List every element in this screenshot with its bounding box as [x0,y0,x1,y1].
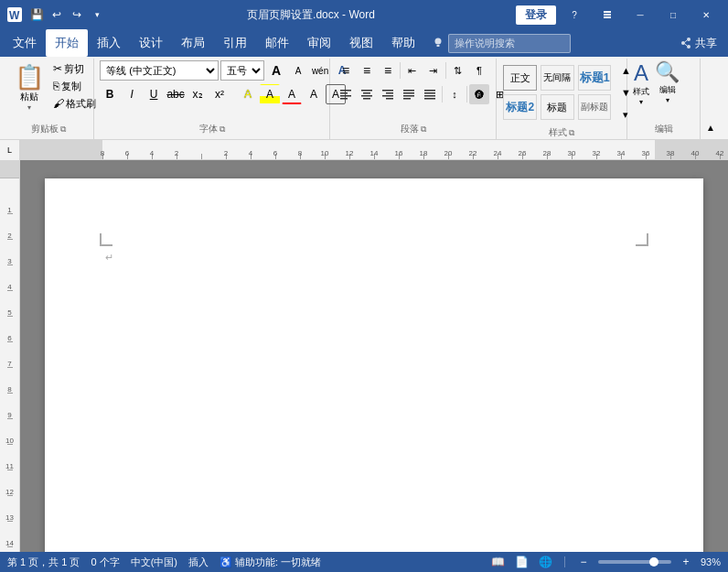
font-size-decrease-button[interactable]: A [288,60,308,81]
subscript-button[interactable]: x₂ [187,84,208,104]
numbering-button[interactable]: ≡ [357,60,377,81]
menu-insert[interactable]: 插入 [88,29,130,57]
svg-rect-15 [340,98,348,100]
status-bar-left: 第 1 页，共 1 页 0 个字 中文(中国) 插入 ♿ 辅助功能: 一切就绪 [7,556,321,569]
maximize-button[interactable]: □ [658,5,688,25]
minimize-button[interactable]: ─ [626,5,655,25]
paragraph-expand-icon[interactable]: ⧉ [421,124,426,135]
customize-qa-button[interactable]: ▾ [88,5,106,24]
styles-button[interactable]: A 样式 ▾ [633,60,649,106]
sort-button[interactable]: ⇅ [448,60,468,81]
font-color-button[interactable]: A [282,84,302,104]
shading-button[interactable]: 🅐 [469,84,489,104]
ruler-corner[interactable]: L [0,140,20,160]
bullets-button[interactable]: ≡ [336,60,356,81]
multilevel-list-button[interactable]: ≡ [378,60,398,81]
svg-rect-28 [424,90,435,92]
style-heading2[interactable]: 标题2 [503,94,537,120]
svg-point-9 [687,45,691,49]
char-shading-button[interactable]: A [304,84,324,104]
ribbon-collapse-button[interactable]: ▲ [701,117,721,137]
paragraph-group-label: 段落 [401,123,419,135]
font-expand-icon[interactable]: ⧉ [219,124,225,135]
copy-button[interactable]: ⎘复制 [51,78,98,94]
title-bar: W 💾 ↩ ↪ ▾ 页眉页脚设置.docx - Word 登录 ? ─ □ ✕ [0,0,728,29]
svg-rect-17 [363,92,370,94]
zoom-percent[interactable]: 93% [701,556,721,567]
zoom-out-button[interactable]: − [574,555,593,569]
svg-rect-2 [604,11,611,13]
style-subtitle[interactable]: 副标题 [578,94,612,120]
find-button[interactable]: 🔍 编辑 ▾ [655,60,680,104]
clipboard-group-label: 剪贴板 [31,123,59,135]
menu-layout[interactable]: 布局 [172,29,214,57]
menu-home[interactable]: 开始 [46,29,88,57]
svg-rect-13 [340,92,348,94]
ribbon-group-paragraph: ≡ ≡ ≡ ⇤ ⇥ ⇅ ¶ [330,59,497,139]
show-marks-button[interactable]: ¶ [469,60,489,81]
zoom-thumb[interactable] [649,557,658,567]
align-right-button[interactable] [378,84,398,104]
svg-rect-4 [604,16,611,18]
style-no-spacing[interactable]: 无间隔 [541,65,574,91]
format-painter-button[interactable]: 🖌格式刷 [51,95,98,112]
redo-button[interactable]: ↪ [68,5,86,24]
strikethrough-button[interactable]: abc [166,84,186,104]
clipboard-expand-icon[interactable]: ⧉ [60,124,66,135]
underline-button[interactable]: U [144,84,164,104]
text-effect-button[interactable]: A [238,84,258,104]
menu-references[interactable]: 引用 [214,29,256,57]
undo-button[interactable]: ↩ [48,5,66,24]
document-page: ↵ [45,178,703,552]
zoom-in-button[interactable]: + [677,555,695,569]
menu-view[interactable]: 视图 [340,29,382,57]
style-title[interactable]: 标题 [541,94,574,120]
menu-design[interactable]: 设计 [130,29,172,57]
font-name-select[interactable]: 等线 (中文正文) [100,60,219,81]
styles-group-label: 样式 [549,126,567,139]
ribbon-group-clipboard: 📋 粘贴 ▾ ✂剪切 ⎘复制 🖌格式刷 剪贴板 ⧉ [4,59,94,139]
increase-indent-button[interactable]: ⇥ [423,60,444,81]
decrease-indent-button[interactable]: ⇤ [402,60,423,81]
align-left-button[interactable] [336,84,356,104]
align-center-button[interactable] [357,84,377,104]
svg-rect-12 [340,90,351,92]
help-button[interactable]: ? [560,5,589,25]
save-button[interactable]: 💾 [27,5,46,24]
search-box[interactable]: 操作说明搜索 [448,34,571,53]
font-size-increase-button[interactable]: A [266,60,286,81]
close-button[interactable]: ✕ [691,5,721,25]
insert-mode[interactable]: 插入 [188,556,209,569]
paste-button[interactable]: 📋 粘贴 ▾ [9,60,49,115]
svg-text:W: W [9,9,20,22]
highlight-button[interactable]: A [260,84,280,104]
styles-expand-icon[interactable]: ⧉ [569,128,574,138]
share-button[interactable]: 共享 [672,29,724,57]
menu-file[interactable]: 文件 [4,29,46,57]
ribbon-toggle-button[interactable] [593,5,622,25]
justify-button[interactable] [399,84,419,104]
menu-help[interactable]: 帮助 [382,29,424,57]
zoom-slider[interactable] [598,560,671,564]
web-view-button[interactable]: 🌐 [537,555,555,569]
login-button[interactable]: 登录 [516,5,556,25]
menu-mailings[interactable]: 邮件 [256,29,298,57]
svg-rect-19 [363,98,370,100]
font-format-button[interactable]: wén [310,60,330,81]
dist-align-button[interactable] [420,84,440,104]
document-scroll-area[interactable]: ↵ [20,160,728,552]
read-view-button[interactable]: 📖 [489,555,508,569]
style-normal[interactable]: 正文 [503,65,537,91]
font-size-select[interactable]: 五号 [220,60,264,81]
word-logo-icon: W [7,7,22,22]
page-view-button[interactable]: 📄 [513,555,531,569]
light-bulb-icon [432,37,444,49]
document-content[interactable] [45,178,703,552]
bold-button[interactable]: B [100,84,120,104]
italic-button[interactable]: I [122,84,142,104]
menu-review[interactable]: 审阅 [298,29,340,57]
superscript-button[interactable]: x² [209,84,230,104]
style-heading1[interactable]: 标题1 [578,65,612,91]
line-spacing-button[interactable]: ↕ [444,84,465,104]
cut-button[interactable]: ✂剪切 [51,60,98,77]
